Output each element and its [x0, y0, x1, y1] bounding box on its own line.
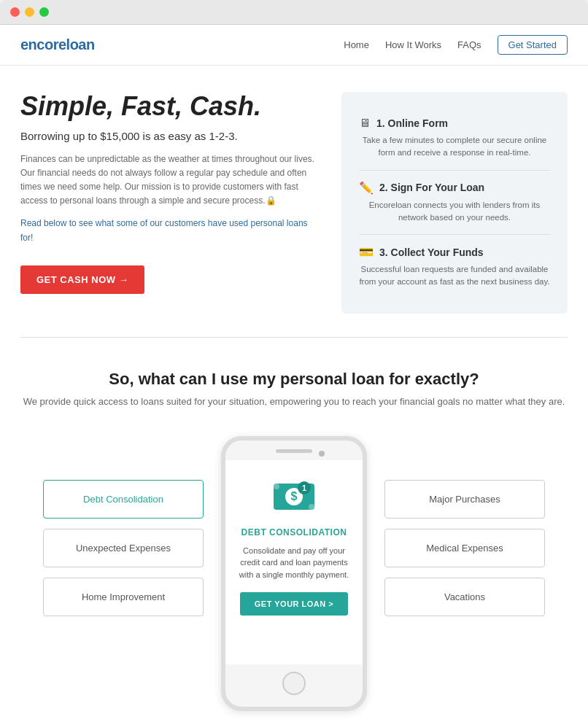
svg-point-3 [274, 484, 279, 489]
nav-home[interactable]: Home [344, 39, 369, 50]
use-case-debt-consolidation[interactable]: Debt Consolidation [43, 480, 204, 519]
phone-screen: $ 1 DEBT CONSOLIDATION Consolidate and p… [225, 460, 363, 664]
window-chrome [0, 0, 588, 25]
step-1: 🖥 1. Online Form Take a few minutes to c… [359, 106, 550, 171]
collect-funds-icon: 💳 [359, 245, 374, 259]
hero-left: Simple, Fast, Cash. Borrowing up to $15,… [20, 92, 318, 294]
step-2-header: ✏️ 2. Sign For Your Loan [359, 181, 550, 195]
steps-card: 🖥 1. Online Form Take a few minutes to c… [341, 92, 568, 314]
step-3: 💳 3. Collect Your Funds Successful loan … [359, 235, 550, 299]
step-3-title: 3. Collect Your Funds [379, 247, 484, 258]
use-case-unexpected-expenses[interactable]: Unexpected Expenses [43, 529, 204, 567]
phone-get-loan-button[interactable]: GET YOUR LOAN > [240, 592, 348, 616]
use-cases-title: So, what can I use my personal loan for … [20, 370, 568, 389]
minimize-dot[interactable] [25, 7, 34, 17]
svg-text:1: 1 [302, 484, 306, 492]
step-2: ✏️ 2. Sign For Your Loan Encoreloan conn… [359, 171, 550, 236]
use-case-home-improvement[interactable]: Home Improvement [43, 578, 204, 616]
step-1-header: 🖥 1. Online Form [359, 117, 550, 130]
get-cash-now-button[interactable]: GET CASH NOW → [20, 265, 144, 294]
phone-camera [319, 451, 325, 457]
sign-loan-icon: ✏️ [359, 181, 374, 195]
step-2-title: 2. Sign For Your Loan [379, 182, 484, 193]
phone-speaker [276, 449, 312, 453]
hero-body-1: Finances can be unpredictable as the wea… [20, 152, 318, 209]
page-content: encoreloan Home How It Works FAQs Get St… [0, 25, 588, 722]
phone-category-label: DEBT CONSOLIDATION [241, 527, 347, 537]
nav-links: Home How It Works FAQs Get Started [344, 35, 568, 55]
use-case-vacations[interactable]: Vacations [384, 578, 545, 616]
svg-point-4 [309, 504, 314, 510]
step-3-header: 💳 3. Collect Your Funds [359, 245, 550, 259]
step-2-desc: Encoreloan connects you with lenders fro… [359, 199, 550, 225]
step-1-desc: Take a few minutes to complete our secur… [359, 134, 550, 160]
money-icon: $ 1 [271, 473, 317, 520]
use-case-buttons-left: Debt Consolidation Unexpected Expenses H… [43, 436, 204, 616]
maximize-dot[interactable] [39, 7, 49, 17]
phone-top-bar [276, 449, 312, 456]
step-1-title: 1. Online Form [376, 117, 448, 129]
use-cases-subtitle: We provide quick access to loans suited … [20, 396, 568, 407]
hero-subtitle: Borrowing up to $15,000 is as easy as 1-… [20, 130, 318, 142]
use-cases-section: So, what can I use my personal loan for … [0, 338, 588, 723]
close-dot[interactable] [10, 7, 20, 17]
nav-faqs[interactable]: FAQs [457, 39, 481, 50]
hero-body-link[interactable]: Read below to see what some of our custo… [20, 218, 308, 242]
online-form-icon: 🖥 [359, 117, 371, 130]
svg-text:$: $ [291, 490, 298, 502]
hero-body-2: Read below to see what some of our custo… [20, 217, 318, 244]
phone-category-desc: Consolidate and pay off your credit card… [236, 545, 352, 581]
hero-title: Simple, Fast, Cash. [20, 92, 318, 121]
nav-how-it-works[interactable]: How It Works [385, 39, 441, 50]
step-3-desc: Successful loan requests are funded and … [359, 263, 550, 289]
use-case-medical-expenses[interactable]: Medical Expenses [384, 529, 545, 567]
phone-mockup: $ 1 DEBT CONSOLIDATION Consolidate and p… [221, 436, 367, 711]
money-icon-wrapper: $ 1 [271, 473, 317, 520]
use-case-buttons-right: Major Purchases Medical Expenses Vacatio… [384, 436, 545, 616]
use-case-major-purchases[interactable]: Major Purchases [384, 480, 545, 519]
logo: encoreloan [20, 36, 95, 53]
use-cases-body: Debt Consolidation Unexpected Expenses H… [20, 436, 568, 711]
phone-home-button[interactable] [282, 672, 306, 695]
get-started-button[interactable]: Get Started [498, 35, 568, 55]
hero-section: Simple, Fast, Cash. Borrowing up to $15,… [0, 66, 588, 337]
navbar: encoreloan Home How It Works FAQs Get St… [0, 25, 588, 66]
